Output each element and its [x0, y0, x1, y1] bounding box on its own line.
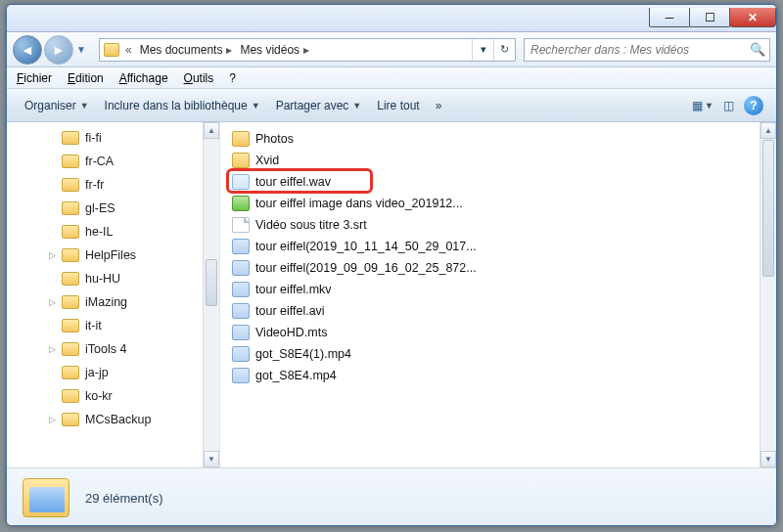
list-item[interactable]: tour eiffel image dans video_201912... [232, 193, 776, 214]
play-all-button[interactable]: Lire tout [369, 95, 427, 116]
tree-item[interactable]: gl-ES [7, 197, 219, 220]
tree-item[interactable]: ▷HelpFiles [7, 244, 219, 267]
tree-item[interactable]: ja-jp [7, 361, 219, 384]
include-library-button[interactable]: Inclure dans la bibliothèque▼ [97, 95, 268, 116]
vid-icon [232, 260, 250, 276]
expand-icon[interactable]: ▷ [46, 344, 58, 354]
tree-item[interactable]: hu-HU [7, 267, 219, 290]
file-name: tour eiffel.wav [255, 175, 331, 189]
list-item[interactable]: tour eiffel(2019_10_11_14_50_29_017... [232, 236, 776, 257]
scroll-up-button[interactable]: ▲ [760, 122, 776, 139]
menu-edit[interactable]: Edition [68, 71, 104, 85]
tree-item-label: HelpFiles [85, 248, 136, 262]
list-item[interactable]: tour eiffel.mkv [232, 279, 776, 300]
history-dropdown[interactable]: ▼ [73, 44, 89, 55]
tree-item[interactable]: ▷iTools 4 [7, 337, 219, 361]
file-icon [232, 217, 250, 233]
tree-item[interactable]: ▷MCsBackup [7, 408, 219, 431]
file-name: got_S8E4(1).mp4 [255, 347, 351, 361]
list-item[interactable]: VideoHD.mts [232, 322, 776, 343]
expand-icon[interactable]: ▷ [46, 297, 58, 307]
tree-item[interactable]: fi-fi [7, 126, 219, 150]
expand-icon[interactable]: ▷ [46, 415, 58, 424]
search-icon[interactable]: 🔍 [746, 42, 769, 57]
scroll-down-button[interactable]: ▼ [204, 451, 219, 467]
scroll-thumb[interactable] [206, 259, 217, 306]
file-name: tour eiffel.avi [255, 304, 325, 318]
file-list[interactable]: PhotosXvidtour eiffel.wavtour eiffel ima… [220, 122, 776, 467]
preview-pane-button[interactable]: ◫ [715, 95, 741, 116]
folder-icon [62, 389, 79, 403]
file-name: tour eiffel.mkv [255, 283, 332, 296]
list-item[interactable]: tour eiffel(2019_09_09_16_02_25_872... [232, 257, 776, 279]
menu-file[interactable]: Fichier [17, 71, 52, 85]
list-item[interactable]: got_S8E4.mp4 [232, 365, 776, 386]
organize-button[interactable]: Organiser▼ [17, 95, 97, 116]
minimize-button[interactable]: ─ [649, 8, 690, 27]
breadcrumb-item[interactable]: Mes documents [140, 43, 223, 57]
search-input[interactable] [525, 43, 746, 57]
help-button[interactable]: ? [741, 95, 766, 116]
address-dropdown[interactable]: ▾ [472, 39, 493, 61]
chevron-right-icon[interactable]: ▸ [303, 43, 309, 57]
address-bar[interactable]: « Mes documents▸ Mes vidéos▸ ▾ ↻ [99, 38, 516, 62]
menu-view[interactable]: Affichage [119, 71, 168, 85]
scroll-up-button[interactable]: ▲ [204, 122, 219, 139]
maximize-button[interactable]: ☐ [689, 8, 730, 27]
tree-scrollbar[interactable]: ▲ ▼ [203, 122, 219, 467]
titlebar[interactable]: ─ ☐ ✕ [7, 5, 776, 32]
list-item[interactable]: got_S8E4(1).mp4 [232, 343, 776, 365]
vid-icon [232, 368, 250, 383]
folder-icon [232, 131, 250, 147]
img-icon [232, 196, 250, 211]
refresh-button[interactable]: ↻ [493, 39, 515, 61]
scroll-down-button[interactable]: ▼ [760, 451, 776, 467]
view-options-button[interactable]: ▦ ▼ [690, 95, 715, 116]
wav-icon [232, 174, 250, 190]
file-name: got_S8E4.mp4 [255, 369, 337, 382]
forward-button[interactable]: ► [44, 35, 73, 65]
tree-item[interactable]: ko-kr [7, 384, 219, 408]
explorer-window: ─ ☐ ✕ ◄ ► ▼ « Mes documents▸ Mes vidéos▸… [6, 4, 777, 526]
tree-item[interactable]: he-IL [7, 220, 219, 244]
folder-icon [62, 413, 79, 426]
folder-icon [104, 43, 119, 57]
list-item[interactable]: tour eiffel.wav [232, 171, 776, 193]
folder-icon [62, 272, 79, 286]
back-button[interactable]: ◄ [13, 35, 42, 65]
tree-item-label: hu-HU [85, 272, 120, 286]
breadcrumb-up[interactable]: « [125, 43, 132, 57]
list-item[interactable]: Xvid [232, 150, 776, 171]
list-item[interactable]: tour eiffel.avi [232, 300, 776, 322]
tree-item-label: gl-ES [85, 201, 115, 215]
scroll-thumb[interactable] [762, 140, 774, 277]
tree-item-label: it-it [85, 319, 102, 332]
breadcrumb-item[interactable]: Mes vidéos [240, 43, 299, 57]
folder-icon [62, 248, 79, 262]
file-name: Vidéo sous titre 3.srt [255, 218, 367, 232]
close-button[interactable]: ✕ [729, 8, 776, 27]
search-box[interactable]: 🔍 [524, 38, 770, 62]
menu-tools[interactable]: Outils [184, 71, 214, 85]
tree-item-label: ja-jp [85, 366, 109, 379]
folder-icon [62, 342, 79, 356]
share-button[interactable]: Partager avec▼ [268, 95, 370, 116]
toolbar-overflow[interactable]: » [428, 95, 450, 116]
list-scrollbar[interactable]: ▲ ▼ [760, 122, 776, 467]
list-item[interactable]: Vidéo sous titre 3.srt [232, 214, 776, 236]
item-count: 29 élément(s) [85, 491, 162, 506]
expand-icon[interactable]: ▷ [46, 250, 58, 260]
file-name: Xvid [255, 154, 279, 167]
menu-help[interactable]: ? [229, 71, 236, 85]
chevron-right-icon[interactable]: ▸ [226, 43, 232, 57]
vid-icon [232, 282, 250, 297]
tree-item[interactable]: fr-fr [7, 173, 219, 197]
file-name: tour eiffel image dans video_201912... [255, 197, 463, 210]
file-name: tour eiffel(2019_10_11_14_50_29_017... [255, 240, 477, 253]
tree-item[interactable]: it-it [7, 314, 219, 337]
folder-tree[interactable]: fi-fifr-CAfr-frgl-EShe-IL▷HelpFileshu-HU… [7, 122, 220, 467]
list-item[interactable]: Photos [232, 128, 776, 150]
menu-bar: Fichier Edition Affichage Outils ? [7, 67, 776, 89]
tree-item[interactable]: ▷iMazing [7, 290, 219, 314]
tree-item[interactable]: fr-CA [7, 150, 219, 173]
